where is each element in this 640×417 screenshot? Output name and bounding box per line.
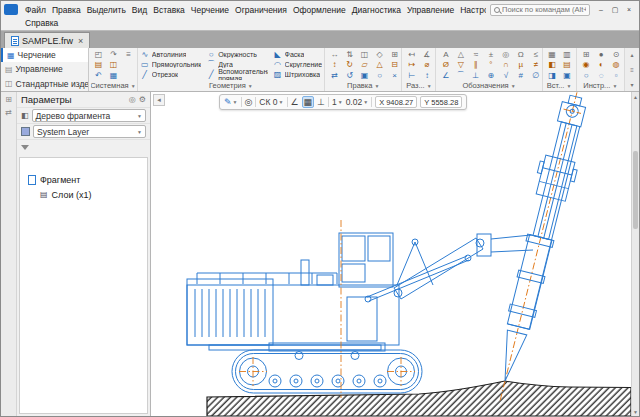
ribbon-tool-icon[interactable]: ≤ [528, 49, 539, 59]
menu-item[interactable]: Оформление [290, 4, 349, 16]
snap-angle-button[interactable]: ∠ [291, 97, 299, 107]
ribbon-tab-drawing[interactable]: ▦ Черчение [1, 48, 88, 62]
ribbon-tool-icon[interactable]: ↷ [106, 49, 121, 59]
ribbon-tab-management[interactable]: ▤ Управление [1, 62, 88, 76]
ribbon-tool-icon[interactable]: ⊙ [609, 49, 622, 59]
scrollbar-thumb[interactable] [633, 151, 638, 229]
ribbon-tool-icon[interactable]: A [438, 49, 453, 59]
ribbon-tool-icon[interactable]: √ [498, 70, 513, 80]
ribbon-tool-icon[interactable]: ◧ [545, 59, 560, 70]
panel-collapse-button[interactable]: ◂ [153, 94, 165, 106]
geometry-tool-button[interactable]: ▨ Штриховка [273, 70, 322, 79]
scrollbar-track[interactable] [632, 101, 639, 407]
ribbon-tool-icon[interactable]: ⊢ [404, 70, 419, 80]
ribbon-tool-icon[interactable]: ∅ [528, 70, 539, 80]
ribbon-tool-icon[interactable]: ⊥ [468, 70, 483, 80]
section-label-annotations[interactable]: Обозначения▼ [438, 80, 539, 91]
ribbon-rail-button[interactable]: ≡ [630, 67, 634, 73]
scroll-up-icon[interactable]: ▲ [633, 92, 638, 101]
geometry-tool-button[interactable]: ◠ Скругление [273, 60, 322, 69]
ribbon-tool-icon[interactable]: Ø [438, 59, 453, 70]
grid-toggle-button[interactable]: ▦ [302, 96, 315, 108]
y-coordinate-field[interactable]: Y5558.28 [420, 96, 462, 108]
menu-item[interactable]: Черчение [188, 4, 232, 16]
ribbon-tool-icon[interactable]: ◉ [579, 59, 594, 70]
ribbon-tool-icon[interactable]: Ω [513, 49, 528, 59]
ribbon-tool-icon[interactable]: ▣ [357, 70, 372, 80]
layer-combo[interactable]: System Layer ▼ [33, 125, 146, 138]
section-label-insert[interactable]: Вст...▼ [545, 80, 574, 91]
section-label-dimensions[interactable]: Раз...▼ [404, 80, 433, 91]
ribbon-tool-icon[interactable]: ∡ [419, 49, 433, 59]
geometry-tool-button[interactable]: ∿ Автолиния [140, 50, 201, 59]
command-search[interactable] [490, 4, 590, 16]
ribbon-tool-icon[interactable]: ± [483, 49, 498, 59]
ribbon-tool-icon[interactable]: ⇅ [342, 49, 357, 59]
cad-drawing-canvas[interactable] [151, 92, 631, 416]
ribbon-tool-icon[interactable]: ▦ [106, 70, 121, 80]
ribbon-tool-icon[interactable]: ≡ [121, 49, 135, 59]
ribbon-tool-icon[interactable]: ↕ [327, 59, 342, 70]
ribbon-tool-icon[interactable]: ◫ [357, 49, 372, 59]
fragment-tree-combo[interactable]: Дерево фрагмента ▼ [32, 109, 146, 122]
ribbon-tool-icon[interactable]: ▤ [560, 59, 574, 70]
ribbon-rail-button[interactable]: ▴ [630, 51, 633, 58]
ribbon-tool-icon[interactable]: △ [372, 59, 387, 70]
coordinate-system-button[interactable]: СК 0▼ [259, 97, 283, 107]
scroll-down-icon[interactable]: ▼ [633, 407, 638, 416]
ribbon-tool-icon[interactable]: ⊞ [387, 49, 399, 59]
ribbon-tool-icon[interactable]: ↔ [327, 49, 342, 59]
ribbon-tool-icon[interactable]: ↺ [342, 70, 357, 80]
document-tab[interactable]: SAMPLE.frw × [4, 32, 90, 48]
ribbon-tool-icon[interactable]: ◫ [106, 59, 121, 70]
ribbon-tool-icon[interactable]: ⊟ [387, 59, 399, 70]
geometry-tool-button[interactable]: ╱ Вспомогательная прямая [206, 68, 267, 80]
ribbon-tool-icon[interactable]: ◨ [545, 70, 560, 80]
ribbon-tool-icon[interactable]: ⊕ [483, 70, 498, 80]
menu-item[interactable]: Файл [22, 4, 49, 16]
ribbon-tool-icon[interactable]: ∩ [498, 59, 513, 70]
ribbon-tool-icon[interactable]: ° [483, 59, 498, 70]
tree-node-layers[interactable]: ▤ Слои (x1) [20, 187, 147, 202]
layer-color-icon[interactable] [21, 127, 30, 136]
geometry-tool-button[interactable]: ╱ Отрезок [140, 70, 201, 79]
geometry-tool-button[interactable]: ▭ Прямоугольник [140, 60, 201, 69]
view-mode-button[interactable]: ◎ [245, 97, 253, 107]
section-label-tools[interactable]: Инстр...▼ [579, 80, 622, 91]
ribbon-tab-standard-parts[interactable]: ◫ Стандартные изделия [1, 77, 88, 91]
ribbon-rail-button[interactable]: ▾ [630, 81, 633, 88]
ribbon-tool-icon[interactable]: ↤ [404, 49, 419, 59]
tab-close-icon[interactable]: × [78, 36, 83, 46]
ribbon-tool-icon[interactable]: ▱ [357, 59, 372, 70]
x-coordinate-field[interactable]: X9408.27 [375, 96, 417, 108]
ribbon-tool-icon[interactable]: ◌ [594, 70, 609, 80]
ribbon-tool-icon[interactable]: ▥ [560, 49, 574, 59]
ribbon-tool-icon[interactable]: µ [513, 59, 528, 70]
ortho-toggle-button[interactable]: ⊥ [317, 97, 325, 107]
panel-gear-icon[interactable]: ⚙ [139, 95, 146, 104]
ribbon-tool-icon[interactable]: ↻ [342, 59, 357, 70]
minimize-button[interactable]: – [594, 4, 608, 16]
ribbon-tool-icon[interactable]: ⇄ [327, 70, 342, 80]
ribbon-tool-icon[interactable]: ◇ [372, 49, 387, 59]
ribbon-tool-icon[interactable]: # [513, 70, 528, 80]
section-label-system[interactable]: Системная▼ [91, 80, 135, 91]
ribbon-tool-icon[interactable]: ◐ [594, 59, 609, 70]
menu-item-help[interactable]: Справка [22, 17, 61, 29]
ribbon-tool-icon[interactable]: ∥ [468, 59, 483, 70]
tree-node-fragment[interactable]: Фрагмент [20, 172, 147, 187]
ribbon-tool-icon[interactable]: ▽ [453, 59, 468, 70]
close-button[interactable]: × [622, 4, 636, 16]
ribbon-tool-icon[interactable]: ≈ [468, 49, 483, 59]
geometry-tool-button[interactable]: ◣ Фаска [273, 50, 322, 59]
menu-item[interactable]: Выделить [84, 4, 129, 16]
panel-rail-icon[interactable]: ⊞ [5, 95, 12, 104]
style-pencil-button[interactable]: ✎▼ [224, 97, 238, 107]
ribbon-tool-icon[interactable]: ∠ [438, 70, 453, 80]
ribbon-tool-icon[interactable]: ▦ [545, 49, 560, 59]
search-input[interactable] [502, 5, 586, 14]
panel-rail-icon[interactable]: ⇄ [5, 108, 12, 117]
section-label-edit[interactable]: Правка▼ [327, 80, 399, 91]
ribbon-tool-icon[interactable]: ○ [579, 70, 594, 80]
ribbon-tool-icon[interactable]: ⌒ [453, 70, 468, 80]
